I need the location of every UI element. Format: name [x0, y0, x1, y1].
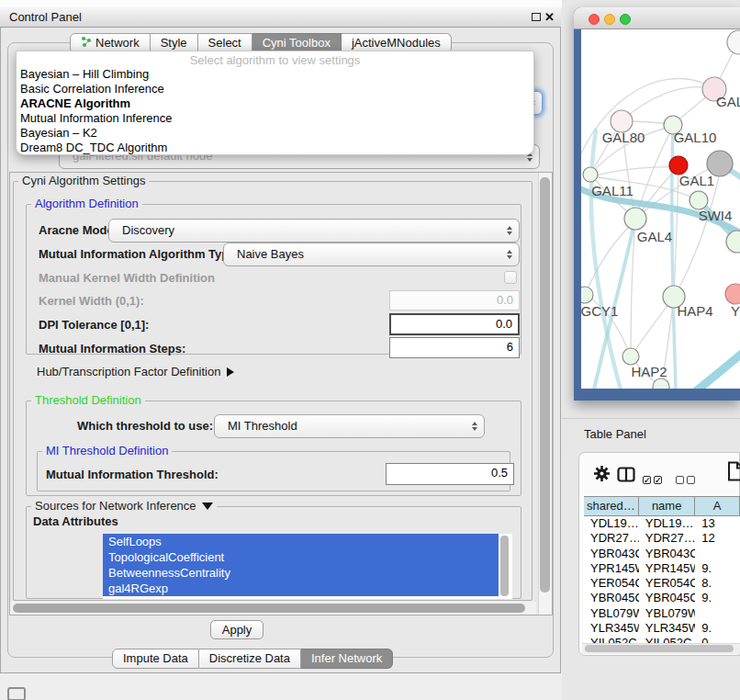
table-cell: 8. — [695, 576, 740, 591]
which-threshold-combo[interactable]: MI Threshold — [214, 414, 485, 438]
table-header-row: shared…nameA — [584, 496, 740, 516]
network-node[interactable] — [653, 378, 669, 389]
split-columns-icon[interactable] — [617, 467, 635, 486]
hub-factor-expander[interactable]: Hub/Transcription Factor Definition — [37, 365, 234, 378]
page-bottom-strip — [0, 673, 562, 700]
network-node-swi4[interactable] — [690, 191, 708, 209]
dropdown-item-dream8-dc-tdc-algorithm[interactable]: Dream8 DC_TDC Algorithm — [17, 141, 533, 155]
attribute-item-topologicalcoefficient[interactable]: TopologicalCoefficient — [103, 549, 499, 565]
table-row[interactable]: YPR145WYPR145W9. — [584, 561, 740, 576]
tab-label: Style — [161, 34, 187, 52]
network-node-gcy1[interactable] — [581, 287, 593, 303]
algorithm-definition-title: Algorithm Definition — [31, 197, 142, 210]
float-icon[interactable] — [532, 13, 541, 21]
network-graph: GALGAL80GAL10GAL1GAL11SWI4GAL4GCY1HAP4YH… — [581, 29, 740, 389]
table-cell: YDL19… — [639, 516, 695, 531]
manual-kernel-label: Manual Kernel Width Definition — [39, 271, 215, 285]
algorithm-dropdown-popup: Select algorithm to view settings Bayesi… — [16, 51, 534, 155]
manual-kernel-checkbox[interactable] — [504, 271, 517, 284]
minimized-panel-icon[interactable] — [7, 687, 26, 700]
attribute-item-gal4rgexp[interactable]: gal4RGexp — [103, 581, 499, 596]
tab-label: Infer Network — [311, 649, 382, 668]
column-header-name[interactable]: name — [639, 497, 696, 515]
mi-steps-label: Mutual Information Steps: — [39, 342, 185, 356]
node-label-gal: GAL — [716, 94, 740, 109]
table-row[interactable]: YIL052CYIL052C0. — [584, 636, 740, 643]
tab-discretize-data[interactable]: Discretize Data — [199, 649, 301, 669]
combo-stepper-icon — [507, 250, 512, 259]
table-body: YDL19…YDL19…13YDR27…YDR27…12YBR043CYBR04… — [584, 516, 740, 643]
network-node-hap2[interactable] — [622, 348, 639, 365]
zoom-traffic-light[interactable] — [620, 14, 631, 25]
minimize-traffic-light[interactable] — [604, 14, 615, 25]
network-node-gal1[interactable] — [669, 156, 688, 175]
tab-impute-data[interactable]: Impute Data — [112, 649, 199, 669]
table-cell: YLR345W — [584, 621, 639, 636]
dropdown-item-bayesian-k2[interactable]: Bayesian – K2 — [17, 126, 533, 141]
network-canvas[interactable]: GALGAL80GAL10GAL1GAL11SWI4GAL4GCY1HAP4YH… — [581, 29, 740, 389]
network-node-gal11[interactable] — [583, 167, 598, 182]
mi-steps-field[interactable]: 6 — [389, 337, 520, 358]
gear-icon[interactable] — [593, 465, 611, 486]
attribute-item-betweennesscentrality[interactable]: BetweennessCentrality — [103, 565, 499, 581]
table-row[interactable]: YBR043CYBR043C — [584, 547, 740, 561]
attribute-item-selfloops[interactable]: SelfLoops — [103, 534, 499, 549]
apply-button[interactable]: Apply — [210, 620, 263, 639]
table-cell: YIL052C — [584, 636, 639, 643]
node-label-swi4: SWI4 — [699, 208, 733, 223]
node-table: shared…nameA YDL19…YDL19…13YDR27…YDR27…1… — [584, 496, 740, 643]
mi-threshold-field[interactable]: 0.5 — [386, 463, 514, 485]
table-cell: YER054C — [584, 576, 639, 591]
sources-group-title[interactable]: Sources for Network Inference — [31, 499, 217, 513]
tab-label: Discretize Data — [209, 649, 290, 668]
dropdown-item-bayesian-hill-climbing[interactable]: Bayesian – Hill Climbing — [17, 67, 533, 82]
table-row[interactable]: YLR345WYLR345W9. — [584, 621, 740, 636]
control-panel-titlebar[interactable] — [0, 7, 561, 28]
page-top-strip — [0, 0, 562, 7]
table-cell: 12 — [695, 531, 740, 546]
table-row[interactable]: YDR27…YDR27…12 — [584, 531, 740, 546]
close-traffic-light[interactable] — [589, 14, 600, 25]
mi-type-value: Naive Bayes — [237, 247, 304, 261]
settings-horizontal-scrollbar-thumb[interactable] — [13, 604, 525, 613]
network-node-gal4[interactable] — [624, 208, 646, 230]
network-node-y[interactable] — [725, 284, 740, 304]
tab-infer-network[interactable]: Infer Network — [301, 649, 393, 669]
tab-label: Cyni Toolbox — [263, 34, 331, 52]
column-header-a[interactable]: A — [695, 497, 740, 515]
aracne-mode-label: Aracne Mode: — [39, 223, 118, 237]
collapsed-arrow-icon — [227, 367, 234, 377]
mi-type-combo[interactable]: Naive Bayes — [223, 243, 520, 266]
clear-checkboxes-icon[interactable]: ✓✓ — [676, 470, 698, 487]
table-row[interactable]: YBL079WYBL079W — [584, 606, 740, 621]
aracne-mode-combo[interactable]: Discovery — [108, 219, 520, 243]
close-icon[interactable]: ✕ — [544, 10, 555, 24]
select-all-checkboxes-icon[interactable]: ✓✓ — [643, 470, 665, 487]
dropdown-item-aracne-algorithm[interactable]: ARACNE Algorithm — [17, 96, 533, 111]
table-row[interactable]: YDL19…YDL19…13 — [584, 516, 740, 531]
which-threshold-label: Which threshold to use: — [77, 419, 213, 433]
dpi-tolerance-field[interactable]: 0.0 — [389, 313, 520, 335]
kernel-width-field[interactable]: 0.0 — [389, 290, 520, 310]
document-icon[interactable] — [727, 461, 740, 485]
dropdown-placeholder: Select algorithm to view settings — [17, 53, 533, 67]
table-cell: 9. — [695, 561, 740, 576]
dropdown-item-basic-correlation-inference[interactable]: Basic Correlation Inference — [17, 82, 533, 96]
table-cell: YPR145W — [584, 561, 639, 576]
network-node[interactable] — [727, 30, 740, 54]
control-panel-bottom-tabs: Impute DataDiscretize DataInfer Network — [112, 649, 393, 669]
table-cell: 13 — [695, 516, 740, 531]
settings-vertical-scrollbar-thumb[interactable] — [540, 177, 550, 593]
cyni-algorithm-settings-title: Cyni Algorithm Settings — [18, 174, 149, 187]
dropdown-item-mutual-information-inference[interactable]: Mutual Information Inference — [17, 111, 533, 126]
table-cell: 9. — [695, 621, 740, 636]
table-row[interactable]: YER054CYER054C8. — [584, 576, 740, 591]
network-edge — [622, 87, 714, 121]
table-row[interactable]: YBR045CYBR045C9. — [584, 591, 740, 605]
column-header-shared[interactable]: shared… — [584, 497, 639, 515]
table-panel-title: Table Panel — [584, 427, 646, 441]
table-horizontal-scrollbar-thumb[interactable] — [585, 645, 734, 652]
network-edge — [674, 167, 678, 297]
attributes-list-scrollbar[interactable] — [500, 536, 509, 596]
table-cell: 9. — [695, 591, 740, 605]
